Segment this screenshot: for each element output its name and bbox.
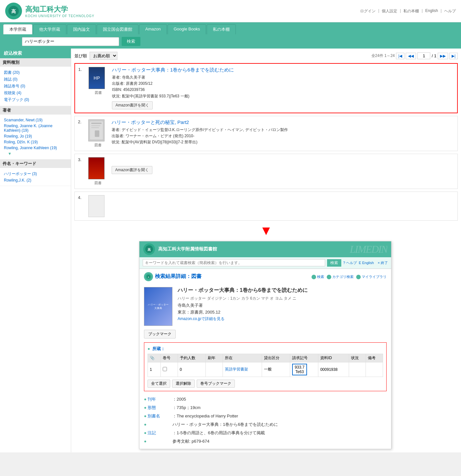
- col-status: 状況: [349, 354, 366, 362]
- page-first-btn[interactable]: |◀: [396, 53, 404, 59]
- nav-personal-settings[interactable]: 個人設定: [382, 8, 397, 14]
- amazon-review-btn-3[interactable]: Amazon書評を聞く: [112, 166, 152, 174]
- detail-breadcrumb-text: 検索結果詳細：図書: [155, 273, 202, 280]
- nav-login[interactable]: ログイン: [360, 8, 376, 14]
- cell-location: 英語学習書架: [223, 362, 262, 377]
- holdings-table-header: 📎 巻号 予約人数 刷年 所在 貸出区分 請求記号 資料ID 状況 備考: [148, 354, 383, 362]
- sidebar-item-journals[interactable]: 雑誌 (0): [4, 76, 67, 83]
- book-detail-author: 寺島久美子著: [178, 303, 387, 308]
- cell-edition: [206, 362, 223, 377]
- result-title-4[interactable]: [112, 195, 454, 201]
- detail-search-action-link[interactable]: 検索: [312, 274, 324, 279]
- row-checkbox[interactable]: [163, 367, 167, 371]
- book-detail-title: ハリー・ポッター大事典：1巻から6巻までを読むために: [178, 287, 387, 294]
- cell-row-num: 1: [148, 362, 161, 377]
- detail-extra-ref: 参考文献: p679-674: [144, 437, 387, 446]
- detail-mylibrary-link[interactable]: マイライブラリ: [356, 274, 387, 279]
- detail-english-link[interactable]: E English: [359, 261, 374, 265]
- tab-other-libraries[interactable]: 他大学所蔵: [33, 24, 66, 34]
- sidebar-item-av[interactable]: 視聴覚 (4): [4, 90, 67, 96]
- result-title-2[interactable]: ハリー・ポッターと死の秘宝, Part2: [112, 119, 454, 126]
- cell-material-id: 00091938: [318, 362, 349, 377]
- nav-sep3: |: [422, 8, 423, 14]
- header-navigation: ログイン | 個人設定 | 私の本棚 | English | ヘルプ: [360, 8, 456, 14]
- sidebar-item-ebooks[interactable]: 電子ブック (0): [4, 96, 67, 103]
- university-name-en: KOCHI UNIVERSITY OF TECHNOLOGY: [25, 14, 94, 18]
- result-number-1: 1.: [78, 67, 85, 72]
- detail-search-input[interactable]: [143, 259, 325, 266]
- sidebar-author-rowling-jo[interactable]: Rowling, Jo (19): [4, 133, 67, 139]
- value-format: ：735p；19cm: [172, 404, 201, 412]
- sidebar-keyword-rowling[interactable]: Rowling,J.K. (2): [4, 177, 67, 183]
- page-prev-btn[interactable]: ◀◀: [406, 53, 416, 59]
- select-all-button[interactable]: 全て選択: [148, 380, 170, 388]
- sidebar-show-more-author[interactable]: ▼: [4, 151, 67, 157]
- result-title-3[interactable]: [112, 157, 454, 163]
- page-last-btn[interactable]: ▶|: [449, 53, 458, 59]
- tab-amazon[interactable]: Amazon: [139, 24, 167, 34]
- page-number-input[interactable]: [417, 52, 430, 59]
- tab-own-library[interactable]: 本学所蔵: [3, 24, 32, 34]
- book-cover-image-3: [88, 157, 104, 179]
- tab-google-books[interactable]: Google Books: [168, 24, 206, 34]
- sidebar-section-title-keyword: 件名・キーワード: [0, 160, 71, 168]
- sidebar-item-journal-issues[interactable]: 雑誌巻号 (0): [4, 83, 67, 90]
- detail-search-button[interactable]: 検索: [327, 259, 341, 267]
- sidebar-section-keyword: 件名・キーワード ハリーポッター (3) Rowling,J.K. (2): [0, 160, 71, 186]
- sort-area: 並び順 お薦め順: [74, 52, 117, 60]
- detail-logo-icon: 高: [143, 243, 155, 255]
- result-title-1[interactable]: ハリー・ポッター大事典：1巻から6巻までを読むために: [112, 67, 454, 73]
- result-number-3: 3.: [78, 157, 84, 162]
- sidebar-author-rowling-jk[interactable]: Rowling, Joanne K. (Joanne Kathleen) (19…: [4, 123, 67, 133]
- book-detail-amazon-link[interactable]: Amazon.co.jpで詳細を見る: [178, 316, 387, 322]
- result-thumb-2: 図書: [88, 119, 108, 148]
- col-attach: 📎: [148, 354, 161, 362]
- detail-panel: 高 高知工科大学附属情報図書館 LIMEDIN 検索 ? ヘルプ E Engli…: [139, 241, 391, 449]
- label-ref: [144, 437, 170, 446]
- sidebar-author-rowling-full[interactable]: Rowling, Joanne Kathleen (19): [4, 145, 67, 151]
- bookmark-button[interactable]: ブックマーク: [144, 330, 176, 338]
- result-author-2: 著者: デイビッド・イェーツ監督/J.K.ローリング原作/デイビッド・ヘイマン,…: [112, 127, 454, 133]
- sidebar-author-scamander[interactable]: Scamander, Newt (19): [4, 117, 67, 123]
- call-number-box: 933.7Te63: [292, 364, 307, 375]
- search-input[interactable]: [22, 37, 119, 46]
- result-status-2: 状況: 配架中(AV資料架 DVD||78||H33||7-2 禁帯出): [112, 139, 454, 145]
- nav-my-bookshelf[interactable]: 私の本棚: [403, 8, 419, 14]
- svg-text:高: 高: [11, 9, 16, 14]
- clear-selection-button[interactable]: 選択解除: [172, 380, 195, 388]
- result-info-4: [112, 195, 454, 202]
- book-detail-main: ハリー・ポッター大事典 ハリー・ポッター大事典：1巻から6巻までを読むために ハ…: [144, 287, 387, 326]
- sidebar-item-books[interactable]: 図書 (20): [4, 69, 67, 76]
- tab-domestic-papers[interactable]: 国内論文: [67, 24, 96, 34]
- result-thumb-1: 図書: [89, 67, 108, 95]
- result-publisher-1: 出版者: 原書房 2005/12: [112, 81, 454, 87]
- nav-sep2: |: [400, 8, 401, 14]
- result-info-3: Amazon書評を聞く: [112, 157, 454, 174]
- detail-action-links: 検索 カテゴリ検索 マイライブラリ: [312, 274, 387, 279]
- detail-extra-year: 刊年 ：2005: [144, 395, 387, 404]
- sidebar-author-roling[interactable]: Roling, Džīn. K (19): [4, 139, 67, 145]
- location-link[interactable]: 英語学習書架: [225, 367, 248, 371]
- sidebar-keyword-harry[interactable]: ハリーポッター (3): [4, 171, 67, 177]
- svg-rect-6: [95, 130, 99, 137]
- sort-select[interactable]: お薦め順: [90, 52, 117, 60]
- sidebar-section-title-author: 著者: [0, 106, 71, 115]
- nav-help[interactable]: ヘルプ: [444, 8, 456, 14]
- amazon-review-btn-1[interactable]: Amazon書評を聞く: [112, 101, 153, 109]
- detail-help-link[interactable]: ? ヘルプ: [343, 260, 357, 265]
- nav-english[interactable]: English: [425, 8, 438, 14]
- mylibrary-icon: [356, 275, 361, 279]
- detail-terminate-link[interactable]: × 終了: [378, 260, 388, 265]
- detail-category-search-link[interactable]: カテゴリ検索: [327, 274, 354, 279]
- cell-checkbox[interactable]: [160, 362, 178, 377]
- volume-bookmark-button[interactable]: 巻号ブックマーク: [197, 380, 235, 388]
- table-row: 1 0 英語学習書架 一般 933.7Te63 00091938: [148, 362, 383, 377]
- tab-national-library[interactable]: 国立国会図書館: [97, 24, 138, 34]
- detail-extra-info: 刊年 ：2005 形態 ：735p；19cm 別書名 ：The encyclop…: [144, 395, 387, 446]
- book-detail-publisher: 東京：原書房, 2005.12: [178, 309, 387, 315]
- results-count: 全24件 1～24: [371, 53, 395, 59]
- result-isbn-1: ISBN: 4562039736: [112, 87, 454, 93]
- page-next-btn[interactable]: ▶▶: [438, 53, 448, 59]
- search-button[interactable]: 検索: [122, 37, 140, 46]
- tab-my-bookshelf[interactable]: 私の本棚: [207, 24, 236, 34]
